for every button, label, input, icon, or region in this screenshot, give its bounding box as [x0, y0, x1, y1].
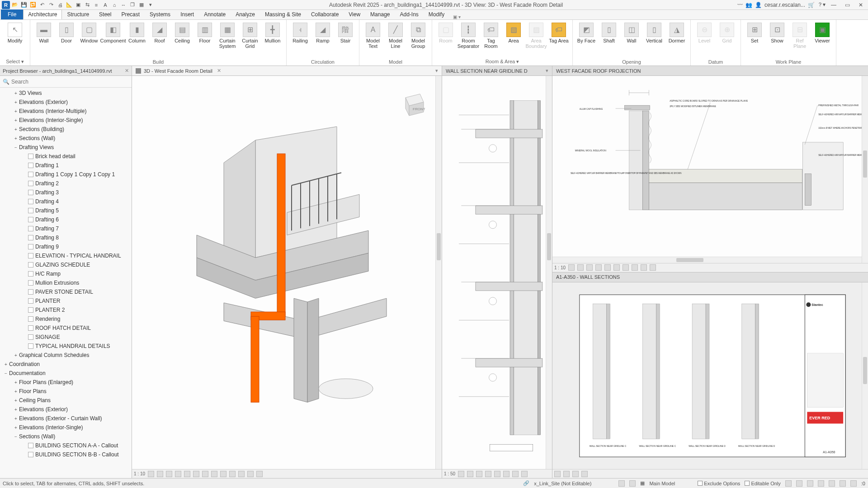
tree-node[interactable]: −Sections (Wall) — [0, 432, 132, 441]
tree-node[interactable]: +Elevations (Exterior - Curtain Wall) — [0, 414, 132, 423]
addin-icon[interactable]: ▾ — [146, 1, 155, 9]
vc-icon[interactable] — [458, 471, 464, 477]
model-line-tool[interactable]: ╱Model Line — [385, 23, 406, 49]
vc-icon[interactable] — [581, 471, 588, 477]
vc-icon[interactable] — [166, 471, 172, 477]
vc-icon[interactable] — [229, 471, 236, 477]
status-icon[interactable] — [807, 480, 813, 487]
save-icon[interactable]: 💾 — [20, 1, 28, 9]
viewer-tool[interactable]: ▣Viewer — [811, 23, 833, 43]
vc-icon[interactable] — [641, 264, 647, 271]
tree-node[interactable]: SIGNAGE — [0, 333, 132, 342]
redo-icon[interactable]: ↷ — [47, 1, 55, 9]
window-tool[interactable]: ▢Window — [78, 23, 100, 43]
vc-icon[interactable] — [503, 471, 509, 477]
status-icon[interactable] — [796, 480, 802, 487]
measure-icon[interactable]: 📐 — [65, 1, 73, 9]
expand-icon[interactable]: + — [13, 389, 19, 394]
section-box-icon[interactable]: ▣ — [74, 1, 82, 9]
vc-icon[interactable] — [563, 471, 570, 477]
collab-icon[interactable]: 👥 — [745, 2, 752, 8]
expand-icon[interactable]: − — [3, 371, 9, 376]
exclude-options-check[interactable]: Exclude Options — [698, 481, 740, 486]
area-boundary-tool[interactable]: ▨Area Boundary — [525, 23, 547, 49]
expand-icon[interactable]: + — [13, 109, 19, 114]
vc-icon[interactable] — [247, 471, 254, 477]
viewroof-scale[interactable]: 1 : 10 — [554, 265, 566, 270]
tree-node[interactable]: Mullion Extrusions — [0, 278, 132, 287]
group-label-select[interactable]: Select ▾ — [3, 58, 27, 66]
tree-node[interactable]: BUILDING SECTION A-A - Callout — [0, 441, 132, 450]
tree-node[interactable]: Drafting 8 — [0, 233, 132, 242]
tree-node[interactable]: TYPICAL HANDRAIL DETAILS — [0, 342, 132, 351]
expand-icon[interactable]: + — [3, 362, 9, 367]
vc-icon[interactable] — [202, 471, 208, 477]
user-name[interactable]: cesar.r.escalan... — [764, 2, 805, 8]
tab-insert[interactable]: Insert — [175, 9, 199, 19]
ramp-tool[interactable]: ◢Ramp — [312, 23, 334, 43]
viewsheet-scroll-vert[interactable] — [862, 282, 868, 469]
vc-icon[interactable] — [256, 471, 263, 477]
expand-icon[interactable]: + — [13, 416, 19, 421]
workset-icon[interactable]: ▦ — [640, 480, 645, 486]
tab-structure[interactable]: Structure — [62, 9, 94, 19]
roof-tool[interactable]: ◢Roof — [149, 23, 170, 43]
tree-node[interactable]: +Graphical Column Schedules — [0, 351, 132, 360]
tree-node[interactable]: +Elevations (Interior-Single) — [0, 116, 132, 125]
viewroof-scroll-horiz[interactable] — [552, 257, 862, 263]
tree-node[interactable]: +Sections (Building) — [0, 125, 132, 134]
set-tool[interactable]: ⊞Set — [744, 23, 765, 43]
tab-manage[interactable]: Manage — [365, 9, 395, 19]
tree-node[interactable]: GLAZING SCHEDULE — [0, 260, 132, 269]
tab-addins[interactable]: Add-Ins — [395, 9, 423, 19]
tree-node[interactable]: Drafting 3 — [0, 188, 132, 197]
expand-icon[interactable]: − — [13, 145, 19, 150]
vc-icon[interactable] — [586, 264, 593, 271]
vc-icon[interactable] — [650, 264, 656, 271]
door-tool[interactable]: ▯Door — [56, 23, 77, 43]
expand-icon[interactable]: + — [13, 353, 19, 358]
filter-icon[interactable] — [850, 480, 857, 487]
railing-tool[interactable]: ⫞Railing — [289, 23, 311, 43]
tab-collaborate[interactable]: Collaborate — [306, 9, 344, 19]
thin-lines-icon[interactable]: ≡ — [92, 1, 100, 9]
undo-icon[interactable]: ↶ — [38, 1, 46, 9]
room-separator-tool[interactable]: ┇Room Separator — [458, 23, 479, 49]
restore-button[interactable]: ▭ — [842, 1, 853, 9]
curtain-system-tool[interactable]: ▦Curtain System — [217, 23, 238, 49]
vc-icon[interactable] — [211, 471, 217, 477]
tree-node[interactable]: PAVER STONE DETAIL — [0, 287, 132, 296]
status-icon[interactable] — [618, 480, 625, 487]
view-cube[interactable]: FRONT — [396, 89, 428, 121]
tree-node[interactable]: Drafting 7 — [0, 224, 132, 233]
tree-node[interactable]: −Documentation — [0, 369, 132, 378]
tree-node[interactable]: Drafting 9 — [0, 242, 132, 251]
view-tab-section[interactable]: WALL SECTION NEAR GRIDLINE D ▾ — [442, 66, 552, 76]
switch-win-icon[interactable]: ❐ — [128, 1, 137, 9]
vc-icon[interactable] — [485, 471, 491, 477]
view-roof-canvas[interactable]: ALUM CAP FLASHING MINERAL WOOL INSULATIO… — [552, 76, 868, 263]
minimize-button[interactable]: — — [828, 1, 839, 9]
vertical-tool[interactable]: ▯Vertical — [643, 23, 665, 43]
vc-icon[interactable] — [595, 264, 602, 271]
ribbon-collapse-icon[interactable]: ▣ ▾ — [453, 14, 461, 19]
stair-tool[interactable]: 階Stair — [335, 23, 356, 43]
tree-node[interactable]: BUILDING SECTION B-B - Callout — [0, 450, 132, 459]
vc-icon[interactable] — [577, 264, 584, 271]
expand-icon[interactable]: + — [13, 407, 19, 412]
mullion-tool[interactable]: ╋Mullion — [262, 23, 283, 43]
tab-steel[interactable]: Steel — [94, 9, 116, 19]
tree-node[interactable]: PLANTER — [0, 296, 132, 305]
vc-icon[interactable] — [568, 264, 575, 271]
vc-icon[interactable] — [494, 471, 500, 477]
vc-icon[interactable] — [613, 264, 620, 271]
tab-annotate[interactable]: Annotate — [199, 9, 231, 19]
tab-systems[interactable]: Systems — [145, 9, 175, 19]
tree-node[interactable]: Rendering — [0, 314, 132, 324]
tab-precast[interactable]: Precast — [116, 9, 145, 19]
text-icon[interactable]: A — [101, 1, 109, 9]
tab-analyze[interactable]: Analyze — [231, 9, 260, 19]
refplane-tool[interactable]: ⊟Ref Plane — [789, 23, 811, 49]
vc-icon[interactable] — [193, 471, 199, 477]
vc-icon[interactable] — [148, 471, 154, 477]
